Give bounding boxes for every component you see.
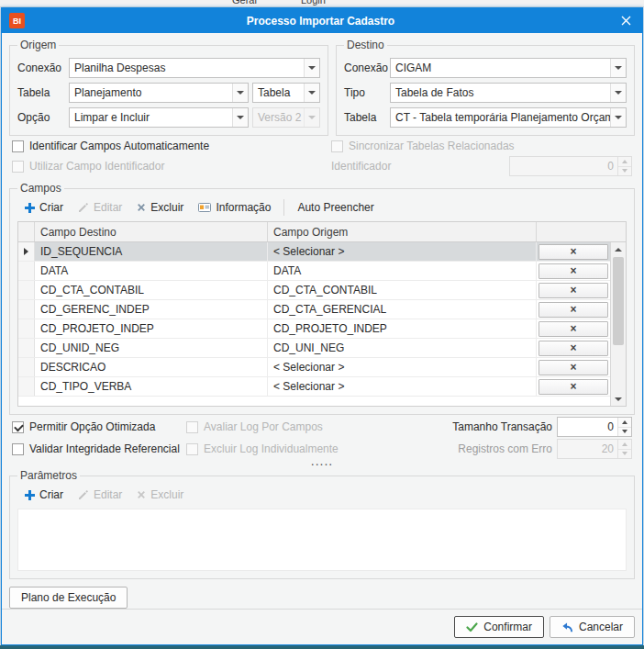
clear-mapping-button[interactable]: [539, 302, 608, 318]
titlebar[interactable]: BI Processo Importar Cadastro: [2, 8, 642, 33]
info-card-icon: [198, 202, 211, 213]
origem-tabela-tipo-combobox[interactable]: Tabela: [252, 83, 320, 103]
column-title: Campo Origem: [273, 226, 348, 239]
cell-campo-destino[interactable]: CD_UNID_NEG: [35, 339, 268, 357]
confirmar-button[interactable]: Confirmar: [454, 616, 544, 638]
grid-header-actions: [537, 222, 626, 241]
campos-auto-preencher-label: Auto Preencher: [297, 201, 373, 214]
dropdown-button[interactable]: [610, 108, 626, 127]
cell-campo-origem[interactable]: CD_CTA_GERENCIAL: [268, 300, 537, 319]
confirmar-label: Confirmar: [483, 621, 532, 633]
tamanho-transacao-spinner[interactable]: 0: [557, 417, 632, 437]
table-row[interactable]: DATADATA: [18, 262, 610, 281]
combo-value: CIGAM: [391, 59, 610, 77]
parametros-criar-label: Criar: [39, 488, 63, 501]
clear-mapping-button[interactable]: [539, 379, 608, 395]
combo-value: Versão 2: [253, 108, 304, 127]
cell-campo-origem[interactable]: CD_UNI_NEG: [268, 339, 537, 357]
scroll-up-button[interactable]: [611, 242, 626, 256]
identificar-campos-checkbox[interactable]: Identificar Campos Automaticamente: [12, 140, 331, 152]
scroll-down-button[interactable]: [611, 392, 626, 406]
destino-tipo-label: Tipo: [344, 86, 390, 99]
cell-campo-destino[interactable]: CD_PROJETO_INDEP: [35, 319, 268, 338]
table-row[interactable]: CD_CTA_CONTABILCD_CTA_CONTABIL: [18, 281, 610, 300]
campos-criar-button[interactable]: Criar: [17, 198, 71, 217]
grid-header-campo-origem[interactable]: Campo Origem: [268, 222, 537, 241]
dropdown-button[interactable]: [304, 84, 319, 102]
dropdown-button[interactable]: [304, 59, 319, 77]
spinner-buttons: [617, 440, 631, 458]
origem-opcao-label: Opção: [17, 111, 69, 124]
dropdown-button[interactable]: [232, 84, 248, 102]
destino-tabela-combobox[interactable]: CT - Tabela temporária Planejamento Orça…: [390, 107, 627, 128]
clear-mapping-button[interactable]: [539, 263, 608, 279]
validar-integridade-checkbox[interactable]: Validar Integridade Referencial: [12, 442, 186, 455]
scrollbar-track[interactable]: [611, 256, 626, 392]
registros-com-erro-value: 20: [558, 440, 617, 458]
cell-campo-origem[interactable]: DATA: [268, 262, 537, 280]
table-row[interactable]: CD_UNID_NEGCD_UNI_NEG: [18, 339, 610, 358]
origem-tabela-combobox[interactable]: Planejamento: [69, 83, 249, 103]
chevron-down-icon: [308, 66, 316, 70]
table-row[interactable]: CD_TIPO_VERBA< Selecionar >: [18, 377, 610, 397]
destino-tipo-combobox[interactable]: Tabela de Fatos: [390, 83, 627, 103]
chevron-down-icon: [308, 116, 316, 119]
plus-icon: [25, 490, 35, 500]
plano-execucao-button[interactable]: Plano de Execução: [9, 587, 128, 609]
close-button[interactable]: [616, 12, 635, 30]
clear-mapping-button[interactable]: [539, 341, 608, 356]
table-row[interactable]: CD_PROJETO_INDEPCD_PROJETO_INDEP: [18, 319, 610, 339]
cell-campo-origem[interactable]: < Selecionar >: [268, 377, 537, 396]
sincronizar-tabelas-checkbox: Sincronizar Tabelas Relacionadas: [331, 140, 515, 152]
cell-campo-origem[interactable]: CD_PROJETO_INDEP: [268, 319, 537, 338]
cell-campo-destino[interactable]: CD_GERENC_INDEP: [35, 300, 268, 319]
grid-header-campo-destino[interactable]: Campo Destino: [35, 222, 268, 241]
spin-up-button[interactable]: [618, 418, 631, 427]
origem-tabela-row: Tabela Planejamento Tabela: [17, 83, 320, 103]
campos-auto-preencher-button[interactable]: Auto Preencher: [290, 198, 381, 217]
clear-mapping-button[interactable]: [539, 321, 608, 337]
row-indicator: [18, 339, 35, 357]
destino-conexao-combobox[interactable]: CIGAM: [390, 58, 627, 78]
spin-down-button[interactable]: [618, 427, 631, 437]
campos-legend: Campos: [17, 182, 64, 195]
cell-campo-destino[interactable]: DATA: [35, 262, 268, 280]
spin-up-icon: [622, 160, 627, 163]
splitter-grip[interactable]: [9, 459, 635, 469]
cell-campo-destino[interactable]: CD_TIPO_VERBA: [35, 377, 268, 396]
dropdown-button[interactable]: [610, 84, 626, 102]
table-row[interactable]: CD_GERENC_INDEPCD_CTA_GERENCIAL: [18, 300, 610, 319]
origem-conexao-combobox[interactable]: Planilha Despesas: [69, 58, 320, 78]
clear-mapping-button[interactable]: [539, 360, 608, 375]
campos-informacao-button[interactable]: Informação: [191, 198, 278, 217]
cell-campo-origem[interactable]: CD_CTA_CONTABIL: [268, 281, 537, 299]
cell-campo-origem[interactable]: < Selecionar >: [268, 242, 537, 261]
dropdown-button[interactable]: [232, 108, 248, 127]
campos-excluir-button[interactable]: Excluir: [129, 198, 191, 217]
pencil-icon: [78, 489, 89, 500]
grid-header: Campo Destino Campo Origem: [18, 222, 626, 242]
scrollbar-thumb[interactable]: [613, 257, 624, 345]
cell-campo-destino[interactable]: CD_CTA_CONTABIL: [35, 281, 268, 299]
cancelar-button[interactable]: Cancelar: [550, 616, 635, 638]
destino-tabela-row: Tabela CT - Tabela temporária Planejamen…: [344, 107, 627, 128]
origem-opcao-combobox[interactable]: Limpar e Incluir: [69, 107, 249, 128]
background-window-strip: Geral Login: [0, 0, 644, 7]
toolbar-divider: [283, 199, 284, 216]
cell-campo-destino[interactable]: ID_SEQUENCIA: [35, 242, 268, 261]
table-row[interactable]: DESCRICAO< Selecionar >: [18, 358, 610, 377]
registros-com-erro-label: Registros com Erro: [458, 442, 552, 455]
cell-campo-origem[interactable]: < Selecionar >: [268, 358, 537, 376]
row-action-cell: [537, 281, 610, 299]
permitir-opcao-otimizada-checkbox[interactable]: Permitir Opção Otimizada: [12, 420, 186, 433]
clear-mapping-button[interactable]: [539, 283, 608, 298]
clear-mapping-button[interactable]: [539, 244, 608, 260]
parametros-toolbar: Criar Editar Excluir: [17, 484, 627, 509]
registros-com-erro-spinner: 20: [557, 439, 632, 459]
dropdown-button[interactable]: [610, 59, 626, 77]
cell-campo-destino[interactable]: DESCRICAO: [35, 358, 268, 376]
parametros-criar-button[interactable]: Criar: [17, 486, 71, 504]
vertical-scrollbar[interactable]: [610, 242, 626, 406]
row-indicator: [18, 377, 35, 396]
table-row[interactable]: ID_SEQUENCIA< Selecionar >: [18, 242, 610, 262]
